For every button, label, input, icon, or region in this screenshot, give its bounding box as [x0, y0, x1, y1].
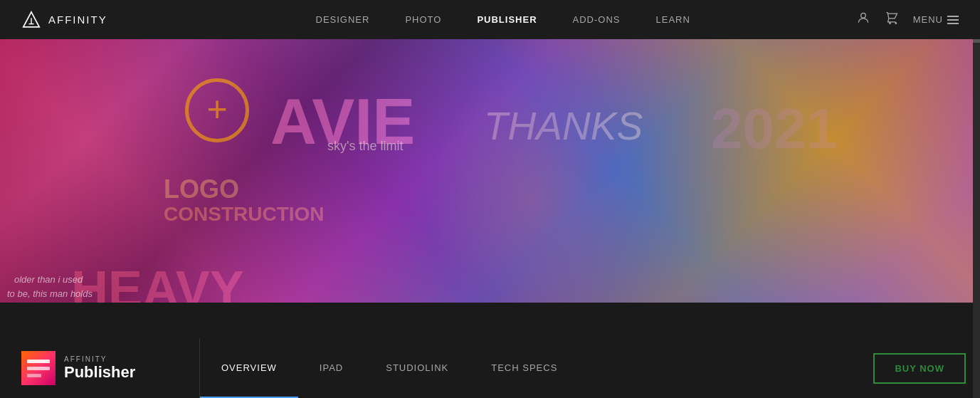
- hero-background: HEAVY LOGO CONSTRUCTION AVIE thanks sky'…: [0, 39, 980, 303]
- menu-button[interactable]: MENU: [913, 14, 959, 25]
- product-brand-label: AFFINITY: [64, 355, 135, 363]
- hero-face-gradient: [426, 66, 640, 303]
- product-name-block: AFFINITY Publisher: [64, 355, 135, 382]
- nav-links: DESIGNER PHOTO PUBLISHER ADD-ONS LEARN: [150, 14, 856, 25]
- menu-label: MENU: [913, 14, 943, 25]
- nav-learn[interactable]: LEARN: [656, 14, 690, 25]
- product-tabs: OVERVIEW IPAD STUDIOLINK TECH SPECS BUY …: [199, 338, 980, 398]
- tab-tech-specs-label: TECH SPECS: [491, 362, 557, 373]
- cart-icon[interactable]: [885, 11, 899, 28]
- product-logo[interactable]: AFFINITY Publisher: [0, 351, 199, 385]
- hero-word-poem2: to be, this man holds: [7, 288, 93, 299]
- affinity-logo-text: AFFINITY: [48, 14, 107, 26]
- tab-tech-specs[interactable]: TECH SPECS: [470, 338, 579, 398]
- buy-now-button[interactable]: BUY NOW: [873, 353, 966, 384]
- svg-rect-8: [27, 367, 50, 370]
- nav-designer[interactable]: DESIGNER: [316, 14, 370, 25]
- hero-word-sky: sky's the limit: [327, 139, 403, 154]
- user-icon[interactable]: [856, 11, 870, 28]
- hero-word-avie: AVIE: [270, 85, 415, 159]
- product-bar: AFFINITY Publisher OVERVIEW IPAD STUDIOL…: [0, 338, 980, 398]
- nav-photo[interactable]: PHOTO: [405, 14, 441, 25]
- tab-ipad[interactable]: IPAD: [298, 338, 364, 398]
- svg-rect-7: [27, 360, 50, 363]
- hero-circle-icon: +: [185, 78, 249, 142]
- tab-overview-label: OVERVIEW: [221, 362, 277, 373]
- hero-word-heavy: HEAVY: [71, 260, 244, 303]
- hero-section: HEAVY LOGO CONSTRUCTION AVIE thanks sky'…: [0, 39, 980, 303]
- scrollbar[interactable]: [973, 0, 980, 398]
- hamburger-icon: [947, 16, 959, 24]
- nav-publisher[interactable]: PUBLISHER: [477, 14, 537, 25]
- hero-word-construction: CONSTRUCTION: [164, 203, 325, 226]
- publisher-icon: [21, 351, 56, 385]
- svg-rect-9: [27, 374, 41, 377]
- tab-studiolink[interactable]: STUDIOLINK: [364, 338, 470, 398]
- nav-right-icons: MENU: [856, 11, 959, 28]
- product-name-main: Publisher: [64, 363, 135, 382]
- tab-studiolink-label: STUDIOLINK: [386, 362, 448, 373]
- svg-point-5: [895, 23, 897, 24]
- hero-overlay: HEAVY LOGO CONSTRUCTION AVIE thanks sky'…: [0, 39, 980, 303]
- hero-word-thanks: thanks: [484, 103, 643, 149]
- hero-word-logo: LOGO: [164, 174, 239, 204]
- tab-overview[interactable]: OVERVIEW: [200, 338, 298, 398]
- svg-point-3: [860, 13, 865, 18]
- hero-bg-num: 2021: [711, 96, 838, 162]
- hero-word-poem1: older than i used: [14, 274, 83, 285]
- affinity-logo-icon: [21, 10, 41, 30]
- affinity-logo[interactable]: AFFINITY: [21, 10, 107, 30]
- tab-ipad-label: IPAD: [320, 362, 343, 373]
- top-navigation: AFFINITY DESIGNER PHOTO PUBLISHER ADD-ON…: [0, 0, 980, 39]
- nav-addons[interactable]: ADD-ONS: [573, 14, 621, 25]
- svg-point-4: [889, 23, 890, 24]
